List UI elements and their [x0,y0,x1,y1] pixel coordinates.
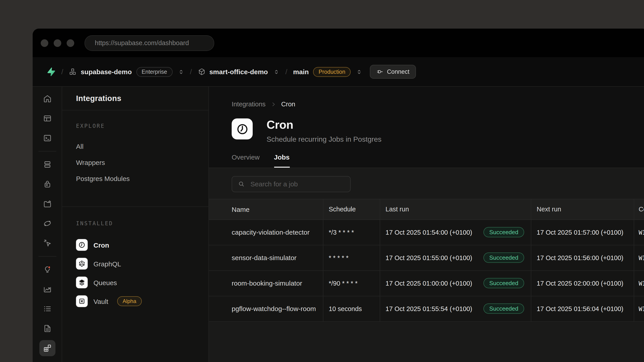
nav-realtime-icon[interactable] [39,235,55,251]
nav-rail [33,87,62,362]
job-next-run: 17 Oct 2025 01:56:04 (+0100) [531,296,634,321]
explore-section-label: EXPLORE [76,123,194,129]
nav-database-icon[interactable] [39,156,55,173]
sidebar-item-wrappers[interactable]: Wrappers [76,154,194,170]
job-command: WITH [634,271,644,296]
sidebar-title: Integrations [62,87,208,110]
breadcrumb-cron: Cron [281,100,296,108]
column-header-command: Command [634,199,644,219]
graphql-icon [76,258,88,270]
installed-section: INSTALLED Cron GraphQL [62,207,208,311]
project-switcher-chevrons-icon[interactable] [273,69,280,75]
url-bar[interactable]: https://supabase.com/dashboard [84,35,214,51]
project-name[interactable]: smart-office-demo [209,68,268,75]
job-search-field[interactable] [232,176,350,192]
branch-switcher-chevrons-icon[interactable] [356,69,362,75]
plug-icon [376,68,383,75]
nav-table-editor-icon[interactable] [39,110,55,126]
tab-bar: Overview Jobs [232,153,644,167]
cron-clock-icon [76,239,88,251]
organization-icon [69,68,77,75]
job-schedule: 10 seconds [323,296,380,321]
rail-divider [38,151,56,151]
org-name[interactable]: supabase-demo [81,68,132,75]
status-badge: Succeeded [484,253,524,263]
sidebar-item-cron[interactable]: Cron [76,236,194,254]
project-icon [198,68,205,75]
integrations-sidebar: Integrations EXPLORE All Wrappers Postgr… [62,87,209,362]
integration-hero: Cron Schedule recurring Jobs in Postgres [232,118,644,143]
search-input[interactable] [250,180,341,188]
main-content: Integrations Cron Cron Schedule recurrin… [209,87,644,362]
job-name: room-booking-simulator [209,271,323,296]
connect-button-label: Connect [387,68,410,75]
job-name: capacity-violation-detector [209,220,323,245]
nav-edge-functions-icon[interactable] [39,215,55,232]
column-header-next-run: Next run [531,199,634,219]
search-icon [238,181,245,187]
nav-reports-icon[interactable] [39,281,55,297]
job-schedule: */3 * * * * [323,220,380,245]
vault-alpha-badge: Alpha [117,296,142,306]
queues-layers-icon [76,277,88,288]
window-close-button[interactable] [41,39,48,47]
breadcrumb-separator: / [190,68,192,76]
column-header-name: Name [209,199,323,219]
explore-section: EXPLORE All Wrappers Postgres Modules [62,110,208,207]
sidebar-item-vault[interactable]: Vault Alpha [76,292,194,311]
browser-window: https://supabase.com/dashboard / supabas… [33,28,644,362]
nav-logs-icon[interactable] [39,301,55,317]
sidebar-item-postgres-modules[interactable]: Postgres Modules [76,170,194,186]
nav-sql-editor-icon[interactable] [39,130,55,146]
page-title: Cron [266,118,382,131]
branch-name[interactable]: main [293,68,309,75]
chevron-right-icon [270,101,276,107]
connect-button[interactable]: Connect [370,65,416,79]
breadcrumb: Integrations Cron [232,87,644,108]
column-header-last-run: Last run [380,199,531,219]
job-last-run: 17 Oct 2025 01:55:00 (+0100) Succeeded [380,245,531,270]
rail-divider [38,256,56,257]
nav-integrations-icon[interactable] [39,340,55,356]
org-switcher-chevrons-icon[interactable] [178,69,184,75]
job-last-run: 17 Oct 2025 01:55:54 (+0100) Succeeded [380,296,531,321]
job-last-run: 17 Oct 2025 01:00:00 (+0100) Succeeded [380,271,531,296]
nav-storage-icon[interactable] [39,196,55,212]
tab-overview[interactable]: Overview [232,153,260,167]
sidebar-item-queues[interactable]: Queues [76,273,194,292]
supabase-logo-icon[interactable] [46,67,56,76]
job-name: pgflow-watchdog--flow-room [209,296,323,321]
table-row[interactable]: room-booking-simulator */90 * * * * 17 O… [209,271,644,296]
job-next-run: 17 Oct 2025 01:56:00 (+0100) [531,245,634,270]
job-command: WITH [634,296,644,321]
breadcrumb-integrations[interactable]: Integrations [232,100,266,108]
cron-hero-clock-icon [232,118,253,139]
app-header: / supabase-demo Enterprise / smart-o [33,57,644,87]
breadcrumb-separator: / [285,68,287,76]
job-next-run: 17 Oct 2025 02:00:00 (+0100) [531,271,634,296]
table-row[interactable]: pgflow-watchdog--flow-room 10 seconds 17… [209,296,644,322]
window-zoom-button[interactable] [67,39,74,47]
sidebar-item-graphql[interactable]: GraphQL [76,254,194,273]
status-badge: Succeeded [484,278,524,288]
table-row[interactable]: capacity-violation-detector */3 * * * * … [209,220,644,245]
job-name: sensor-data-simulator [209,245,323,270]
nav-advisors-icon[interactable] [39,261,55,278]
job-schedule: */90 * * * * [323,271,380,296]
status-badge: Succeeded [484,304,524,314]
nav-home-icon[interactable] [39,91,55,107]
jobs-table: Name Schedule Last run Next run Command … [209,199,644,322]
column-header-schedule: Schedule [323,199,380,219]
window-minimize-button[interactable] [54,39,61,47]
table-header-row: Name Schedule Last run Next run Command [209,199,644,220]
nav-auth-icon[interactable] [39,176,55,192]
status-badge: Succeeded [484,227,524,237]
sidebar-item-all[interactable]: All [76,138,194,154]
tab-jobs[interactable]: Jobs [274,153,290,167]
job-schedule: * * * * * [323,245,380,270]
nav-api-docs-icon[interactable] [39,321,55,337]
browser-chrome-bar: https://supabase.com/dashboard [33,28,644,57]
vault-icon [76,295,88,307]
table-row[interactable]: sensor-data-simulator * * * * * 17 Oct 2… [209,245,644,271]
job-next-run: 17 Oct 2025 01:57:00 (+0100) [531,220,634,245]
